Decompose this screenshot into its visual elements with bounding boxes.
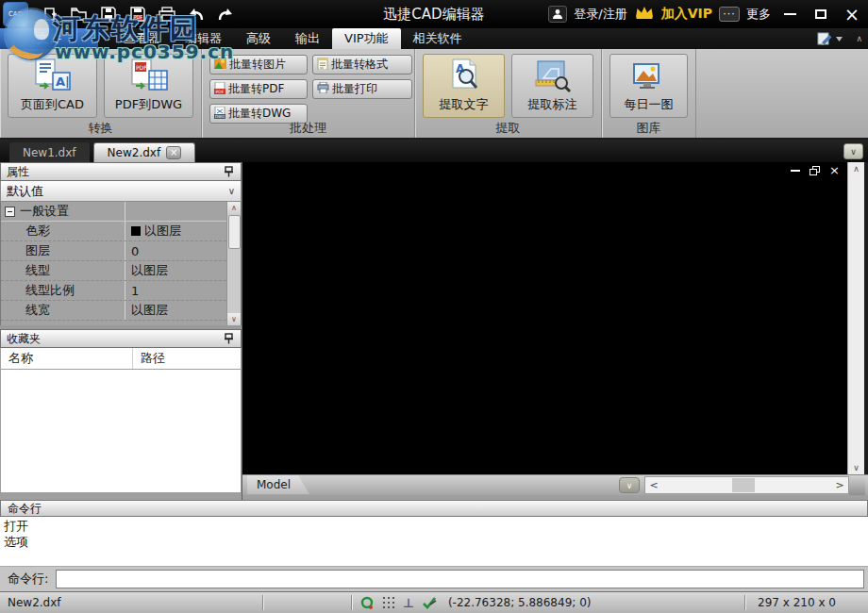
drawing-canvas[interactable]: × <box>242 162 847 474</box>
tab-file[interactable]: 文件 <box>0 28 98 49</box>
open-file-button[interactable] <box>69 4 90 25</box>
mdi-restore-icon[interactable] <box>810 166 820 175</box>
redo-button[interactable] <box>215 4 236 25</box>
collapse-ribbon-icon[interactable]: ∧ <box>856 34 862 43</box>
tab-output[interactable]: 输出 <box>283 28 332 49</box>
properties-preset-select[interactable]: 默认值 ∨ <box>0 181 242 202</box>
tab-viewer[interactable]: 查看器 <box>111 28 173 49</box>
batch-to-image-button[interactable]: 批量转图片 <box>209 55 308 75</box>
command-input[interactable] <box>56 570 864 588</box>
scroll-down-icon[interactable]: ∨ <box>853 463 860 472</box>
object-snap-icon[interactable] <box>360 596 375 610</box>
svg-text:PDF: PDF <box>136 64 147 71</box>
favorites-panel-header: 收藏夹 <box>0 329 242 348</box>
ortho-mode-icon[interactable]: ⊥ <box>403 596 414 610</box>
batch-to-pdf-label: 批量转PDF <box>228 81 284 97</box>
extract-dimension-label: 提取标注 <box>528 96 577 113</box>
group-label-gallery: 图库 <box>602 120 695 137</box>
canvas-horizontal-scrollbar[interactable]: < > <box>644 476 849 494</box>
ribbon: A| 页面到CAD PDF PDF到DWG 转换 批量转图片 <box>0 49 868 140</box>
model-layout-tab[interactable]: Model <box>247 475 309 494</box>
ribbon-empty-space <box>696 49 868 138</box>
save-as-pdf-button[interactable]: PDF <box>127 4 148 25</box>
pin-icon[interactable] <box>224 166 235 177</box>
scroll-up-icon[interactable]: ∧ <box>227 202 241 214</box>
daily-image-label: 每日一图 <box>625 96 674 113</box>
save-button[interactable] <box>98 4 119 25</box>
grid-icon[interactable] <box>382 596 395 609</box>
minimize-button[interactable] <box>777 3 802 25</box>
batch-to-format-button[interactable]: 批量转格式 <box>312 55 412 75</box>
maximize-button[interactable] <box>809 3 833 25</box>
property-row-lineweight[interactable]: 线宽 以图层 <box>1 301 241 321</box>
properties-panel-header: 属性 <box>0 162 242 181</box>
extract-text-button[interactable]: A 提取文字 <box>423 54 505 118</box>
favorites-col-path[interactable]: 路径 <box>133 350 165 367</box>
layout-list-dropdown-icon[interactable]: ∨ <box>619 477 640 493</box>
app-logo-text: CAD <box>8 10 23 18</box>
group-label-batch: 批处理 <box>202 120 414 137</box>
undo-button[interactable] <box>186 4 207 25</box>
mdi-close-icon[interactable]: × <box>829 166 840 175</box>
batch-to-image-label: 批量转图片 <box>229 57 286 73</box>
tabstrip-tools: ∧ <box>817 28 862 49</box>
scrollbar-thumb[interactable] <box>228 215 241 249</box>
pin-icon[interactable] <box>224 333 235 344</box>
main-area: 属性 默认值 ∨ 一般设置 色彩 以图层 图层 <box>0 162 868 500</box>
tab-vip[interactable]: VIP功能 <box>332 28 401 49</box>
print-button[interactable] <box>157 4 177 25</box>
scrollbar-thumb[interactable] <box>732 478 755 492</box>
batch-to-pdf-button[interactable]: PDF 批量转PDF <box>209 79 308 99</box>
markup-pencil-icon[interactable] <box>817 32 843 45</box>
more-link[interactable]: 更多 <box>746 6 771 23</box>
document-tab-new1-label: New1.dxf <box>23 146 76 159</box>
scroll-up-icon[interactable]: ∧ <box>853 164 860 174</box>
daily-image-button[interactable]: 每日一图 <box>609 54 688 118</box>
tab-editor[interactable]: 编辑器 <box>173 28 234 49</box>
property-row-color[interactable]: 色彩 以图层 <box>1 222 241 241</box>
canvas-vertical-scrollbar[interactable]: ∧ ∨ <box>847 162 864 474</box>
pdf-to-dwg-label: PDF到DWG <box>115 96 182 113</box>
tab-advanced[interactable]: 高级 <box>234 28 283 49</box>
property-row-linetype-scale[interactable]: 线型比例 1 <box>1 281 241 301</box>
status-toggle-icons: ⊥ <box>353 596 444 610</box>
mdi-minimize-icon[interactable] <box>791 170 800 172</box>
extract-dimension-button[interactable]: 提取标注 <box>511 54 593 118</box>
status-coordinates: (-22.76328; 5.886849; 0) <box>444 596 592 609</box>
user-account-icon[interactable] <box>548 6 567 23</box>
collapse-group-icon[interactable] <box>5 207 15 217</box>
property-group-row[interactable]: 一般设置 <box>1 202 241 222</box>
close-tab-icon[interactable]: × <box>166 146 181 159</box>
ribbon-group-extract: A 提取文字 提取标注 提取 <box>415 49 602 138</box>
property-value: 以图层 <box>131 262 168 279</box>
new-file-button[interactable] <box>40 4 60 25</box>
tab-related-software[interactable]: 相关软件 <box>401 28 475 49</box>
login-register-link[interactable]: 登录/注册 <box>574 6 626 23</box>
pdf-to-dwg-icon: PDF <box>128 55 170 96</box>
title-bar: CAD PDF 迅捷CAD编辑器 <box>0 0 868 28</box>
pdf-to-dwg-button[interactable]: PDF PDF到DWG <box>104 54 193 118</box>
command-panel-title: 命令行 <box>8 501 42 517</box>
favorites-col-name[interactable]: 名称 <box>1 348 133 369</box>
document-tab-new2[interactable]: New2.dxf × <box>93 142 196 162</box>
join-vip-link[interactable]: 加入VIP <box>661 6 712 23</box>
property-row-linetype[interactable]: 线型 以图层 <box>1 261 241 281</box>
favorites-list[interactable] <box>0 370 242 493</box>
scroll-left-icon[interactable]: < <box>645 479 662 491</box>
scroll-down-icon[interactable]: ∨ <box>227 313 241 325</box>
command-history[interactable]: 打开 选项 <box>0 517 868 567</box>
more-options-icon[interactable]: ··· <box>719 7 740 22</box>
batch-pdf-icon: PDF <box>214 82 225 97</box>
extract-text-label: 提取文字 <box>440 96 489 113</box>
properties-scrollbar[interactable]: ∧ ∨ <box>226 202 241 325</box>
batch-print-button[interactable]: 批量打印 <box>312 79 412 99</box>
sketch-check-icon[interactable] <box>422 596 437 609</box>
document-tab-new1[interactable]: New1.dxf <box>9 142 90 162</box>
close-button[interactable]: × <box>840 3 864 25</box>
tab-list-dropdown-icon[interactable]: ∨ <box>843 143 863 159</box>
command-panel-header: 命令行 <box>0 500 868 517</box>
page-to-cad-button[interactable]: A| 页面到CAD <box>8 54 97 118</box>
property-row-layer[interactable]: 图层 0 <box>1 241 241 261</box>
property-value: 1 <box>131 284 139 298</box>
scroll-right-icon[interactable]: > <box>831 479 848 491</box>
